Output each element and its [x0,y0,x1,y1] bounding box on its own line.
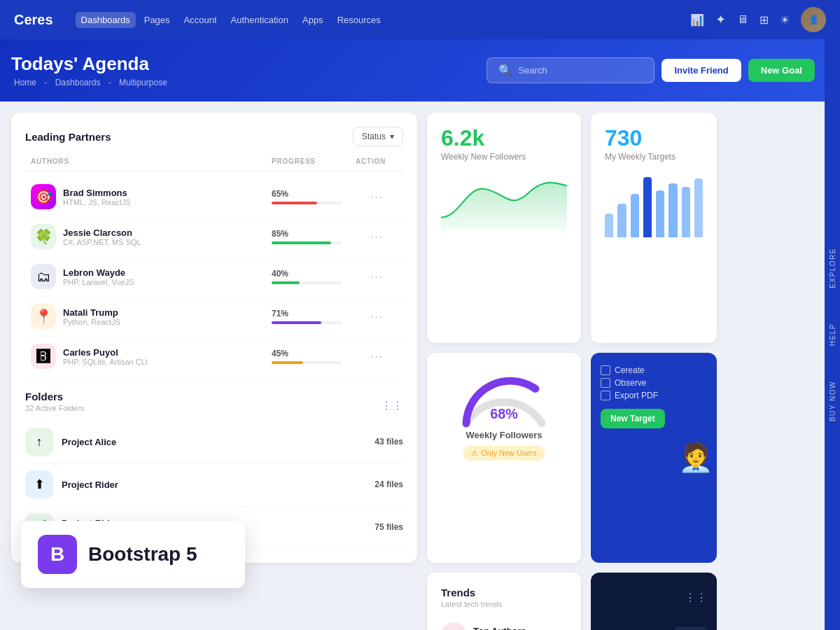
leading-partners-header: Leading Partners Status ▾ [25,127,403,146]
action-menu[interactable]: ··· [356,230,398,244]
right-sidebar: Explore Help Buy now [825,39,840,630]
action-menu[interactable]: ··· [356,309,398,324]
gauge-label: Weekly Followers [466,430,542,440]
nav-dashboards[interactable]: Dashboards [76,12,136,28]
checkbox-icon [601,365,610,375]
table-row: 🅱 Carles Puyol PHP, SQLite, Artisan CLI … [25,337,403,377]
search-input[interactable] [518,65,643,76]
targets-count: 730 [605,127,703,149]
action-menu[interactable]: ··· [356,349,398,364]
illustration: 🧑‍💼 [668,353,717,564]
author-skills: Python, ReactJS [63,318,120,326]
folder-name: Project Alice [62,437,374,447]
action-menu[interactable]: ··· [356,270,398,284]
breadcrumb-multipurpose[interactable]: Multipurpose [119,78,167,88]
followers-count: 6.2k [441,127,567,149]
table-row: 📍 Natali Trump Python, ReactJS 71% ··· [25,297,403,337]
trends-card: Trends Latest tech trends P Top Authors … [427,573,581,630]
nav-account[interactable]: Account [178,12,223,28]
folder-icon: ⬆ [25,470,53,498]
author-skills: C#, ASP.NET, MS SQL [63,238,141,246]
gauge-card: 68% Weekly Followers ⚠ Only New Users [427,353,581,564]
chart-icon[interactable]: 📊 [690,13,704,27]
folders-dots-icon[interactable]: ⋮⋮ [381,399,403,412]
search-bar[interactable]: 🔍 [486,57,654,83]
author-name: Jessie Clarcson [63,227,141,238]
status-dropdown[interactable]: Status ▾ [353,127,403,146]
nav-resources[interactable]: Resources [332,12,386,28]
invite-friend-button[interactable]: Invite Friend [662,59,741,82]
table-header: Authors Progress Action [25,158,403,172]
dark-options-card: 🧑‍💼 Cereate Observe Export PDF New Targe… [591,353,717,564]
avatar: 📍 [31,304,56,329]
page-title: Todays' Agenda [11,53,170,75]
gauge-sub: ⚠ Only New Users [463,446,545,461]
avatar: 🎯 [31,184,56,209]
trend-icon: P [441,622,466,630]
new-goal-button[interactable]: New Goal [748,59,815,82]
nav-auth[interactable]: Authentication [225,12,294,28]
trends-subtitle: Latest tech trends [441,600,567,608]
sidebar-explore[interactable]: Explore [829,248,836,288]
weekly-targets-card: 730 My Weekly Targets [591,113,717,343]
author-name: Lebron Wayde [63,267,134,278]
sidebar-help[interactable]: Help [829,323,836,346]
bar [656,190,664,237]
trends-title: Trends [441,587,567,598]
navbar: Ceres Dashboards Pages Account Authentic… [0,0,840,39]
monitor-icon[interactable]: 🖥 [737,13,748,26]
followers-card: 6.2k Weekly New Followers [427,113,581,343]
author-skills: PHP, SQLite, Artisan CLI [63,358,148,366]
author-name: Brad Simmons [63,188,131,198]
table-row: 🍀 Jessie Clarcson C#, ASP.NET, MS SQL 85… [25,217,403,257]
bootstrap-icon: B [38,535,77,574]
svg-text:68%: 68% [490,405,518,421]
stat-value-1: +82$ [674,626,707,630]
bar [631,194,639,237]
bar [643,177,652,237]
header-section: Todays' Agenda Home - Dashboards - Multi… [0,39,840,102]
leading-partners-card: Leading Partners Status ▾ Authors Progre… [11,113,417,563]
header-left: Todays' Agenda Home - Dashboards - Multi… [11,53,170,88]
bar [617,204,626,237]
breadcrumb-dashboards[interactable]: Dashboards [55,78,101,88]
overlay-card: B Bootstrap 5 [21,521,245,588]
folders-subtitle: 32 Active Folders [25,404,84,412]
sparkle-icon[interactable]: ✦ [715,12,726,27]
navbar-right: 📊 ✦ 🖥 ⊞ ☀ 👤 [690,7,826,32]
table-row: 🎯 Brad Simmons HTML, JS, ReactJS 65% ··· [25,177,403,217]
list-item: P Top Authors Mark, Rowling, Esther [441,617,567,630]
list-item: ↑ Project Alice 43 files [25,421,403,463]
action-menu[interactable]: ··· [356,190,398,204]
folder-icon: ↑ [25,428,53,456]
author-skills: HTML, JS, ReactJS [63,198,131,206]
nav-pages[interactable]: Pages [139,12,176,28]
trend-name: Top Authors [473,626,549,631]
avatar: 🍀 [31,224,56,249]
author-name: Natali Trump [63,307,120,318]
checkbox-icon [601,391,610,400]
sun-icon[interactable]: ☀ [780,13,790,27]
breadcrumb: Home - Dashboards - Multipurpose [11,78,170,88]
dots-icon[interactable]: ⋮⋮ [685,591,707,604]
folder-files: 75 files [374,522,403,532]
folders-title: Folders [25,391,84,402]
gauge-chart: 68% [451,367,556,430]
avatar: 🗂 [31,264,56,289]
leading-partners-title: Leading Partners [25,131,111,143]
nav-apps[interactable]: Apps [297,12,329,28]
brand: Ceres [14,12,53,28]
overlay-title: Bootstrap 5 [88,543,197,566]
dark-stats-card: ⋮⋮ +82$ +280$ +4500$ [591,573,717,630]
avatar[interactable]: 👤 [801,7,826,32]
new-target-button[interactable]: New Target [601,409,665,428]
sidebar-buynow[interactable]: Buy now [829,381,836,421]
breadcrumb-home[interactable]: Home [14,78,36,88]
wave-chart [441,170,567,233]
bar [605,214,613,237]
table-row: 🗂 Lebron Wayde PHP, Laravel, VueJS 40% ·… [25,257,403,297]
grid-icon[interactable]: ⊞ [760,13,769,27]
folder-files: 24 files [374,479,403,489]
author-name: Carles Puyol [63,347,148,358]
folder-files: 43 files [374,437,403,447]
